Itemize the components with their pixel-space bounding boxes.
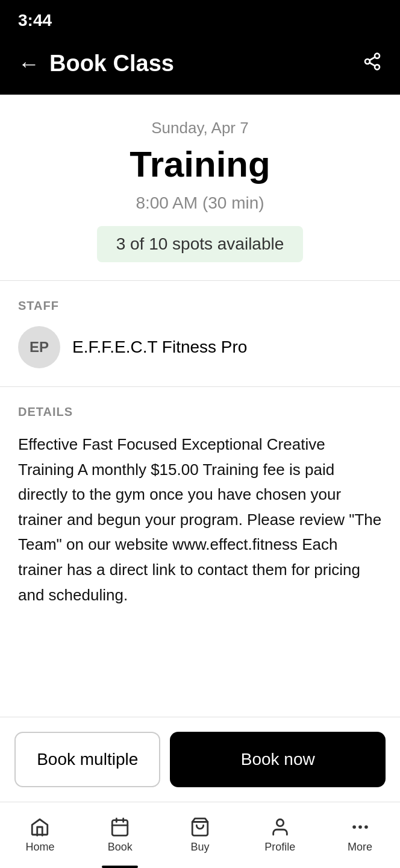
nav-label-book: Book: [108, 841, 133, 854]
class-name: Training: [18, 143, 382, 185]
nav-label-buy: Buy: [190, 841, 209, 854]
svg-line-3: [369, 63, 375, 66]
nav-item-book[interactable]: Book: [80, 802, 160, 868]
book-multiple-button[interactable]: Book multiple: [14, 732, 160, 787]
main-content: Sunday, Apr 7 Training 8:00 AM (30 min) …: [0, 95, 400, 802]
class-date: Sunday, Apr 7: [18, 119, 382, 137]
details-section: DETAILS Effective Fast Focused Exception…: [0, 387, 400, 717]
svg-point-13: [364, 825, 368, 829]
nav-label-more: More: [348, 841, 372, 854]
header-left: ← Book Class: [18, 51, 174, 77]
book-icon: [110, 817, 130, 837]
nav-item-home[interactable]: Home: [0, 802, 80, 868]
svg-point-10: [277, 819, 283, 826]
nav-label-profile: Profile: [264, 841, 295, 854]
details-text: Effective Fast Focused Exceptional Creat…: [18, 432, 382, 608]
staff-section-label: STAFF: [18, 299, 382, 313]
home-icon: [30, 817, 50, 837]
share-button[interactable]: [363, 52, 382, 76]
nav-item-more[interactable]: More: [320, 802, 400, 868]
staff-name: E.F.F.E.C.T Fitness Pro: [72, 338, 247, 357]
class-info-section: Sunday, Apr 7 Training 8:00 AM (30 min) …: [0, 95, 400, 281]
nav-label-home: Home: [25, 841, 54, 854]
staff-item: EP E.F.F.E.C.T Fitness Pro: [18, 326, 382, 368]
button-row: Book multiple Book now: [0, 717, 400, 802]
status-time: 3:44: [18, 11, 52, 30]
bottom-nav: Home Book Buy Profile More: [0, 802, 400, 868]
more-icon: [350, 817, 370, 837]
nav-item-buy[interactable]: Buy: [160, 802, 240, 868]
back-button[interactable]: ←: [18, 51, 40, 77]
svg-rect-5: [112, 820, 128, 836]
staff-section: STAFF EP E.F.F.E.C.T Fitness Pro: [0, 281, 400, 386]
svg-point-11: [352, 825, 356, 829]
profile-icon: [270, 817, 290, 837]
svg-point-12: [358, 825, 362, 829]
buy-icon: [190, 817, 210, 837]
staff-avatar: EP: [18, 326, 60, 368]
class-time: 8:00 AM (30 min): [18, 193, 382, 213]
page-title: Book Class: [49, 51, 174, 77]
nav-item-profile[interactable]: Profile: [240, 802, 320, 868]
book-now-button[interactable]: Book now: [170, 732, 386, 787]
header: ← Book Class: [0, 39, 400, 95]
spots-badge: 3 of 10 spots available: [97, 226, 304, 262]
status-bar: 3:44: [0, 0, 400, 39]
details-section-label: DETAILS: [18, 405, 382, 419]
svg-line-4: [369, 57, 375, 60]
